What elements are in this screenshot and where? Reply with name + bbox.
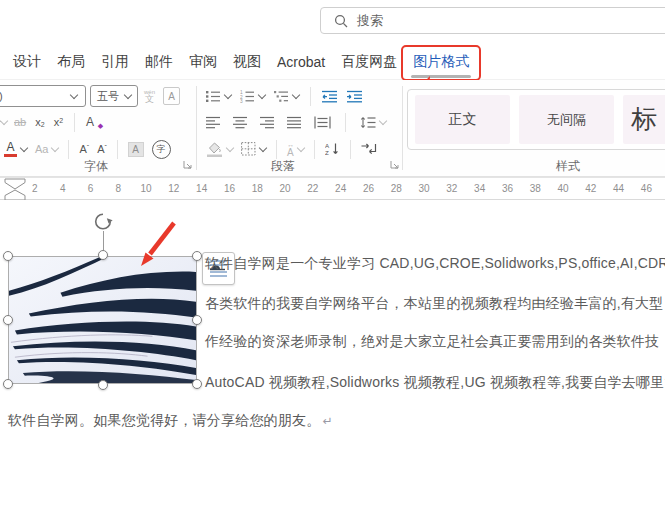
- phonetic-guide-button[interactable]: wén 文: [142, 88, 157, 105]
- phonetic-guide-icon: wén 文: [144, 89, 155, 104]
- text-line-2[interactable]: 各类软件的我要自学网络平台，本站里的视频教程均由经验丰富的,有大型: [205, 295, 664, 313]
- ruler-number: 4: [49, 178, 77, 199]
- resize-handle-middle-left[interactable]: [3, 315, 13, 325]
- tab-baidu-netdisk[interactable]: 百度网盘: [341, 53, 397, 71]
- document-canvas[interactable]: 软件自学网是一个专业学习 CAD,UG,CROE,Solidworks,PS,o…: [0, 200, 665, 507]
- chevron-down-icon: [124, 91, 132, 99]
- text-line-5[interactable]: 软件自学网。如果您觉得好，请分享给您的朋友。↵: [8, 412, 333, 430]
- search-input[interactable]: 搜索: [320, 7, 665, 34]
- icon-separator: [314, 140, 315, 159]
- style-card-heading[interactable]: 标: [623, 95, 665, 144]
- borders-button[interactable]: [239, 141, 268, 157]
- subscript-button[interactable]: x2: [33, 116, 46, 129]
- indent-markers[interactable]: [3, 178, 27, 201]
- ruler-number: 36: [494, 178, 522, 199]
- sort-button[interactable]: AZ: [323, 141, 342, 157]
- decrease-indent-icon: [322, 90, 338, 103]
- align-center-button[interactable]: [231, 115, 250, 130]
- clear-formatting-icon: A◆: [86, 115, 102, 129]
- svg-text:3: 3: [240, 99, 243, 103]
- increase-indent-icon: [347, 90, 363, 103]
- paragraph-dialog-launcher[interactable]: [390, 160, 400, 170]
- style-card-label: 正文: [449, 111, 477, 129]
- icon-separator: [68, 140, 69, 159]
- search-icon: [334, 14, 348, 28]
- resize-handle-top-center[interactable]: [98, 250, 108, 260]
- style-card-no-spacing[interactable]: 无间隔: [519, 95, 614, 144]
- line-spacing-icon: [360, 116, 376, 129]
- bullet-list-button[interactable]: [204, 89, 233, 104]
- tab-view[interactable]: 视图: [233, 53, 261, 71]
- ruler-number: 22: [299, 178, 327, 199]
- show-marks-button[interactable]: [359, 141, 380, 157]
- bullet-list-icon: [206, 90, 221, 103]
- document-image[interactable]: [9, 257, 196, 383]
- shrink-font-icon: Aˇ: [97, 144, 107, 155]
- tab-references[interactable]: 引用: [101, 53, 129, 71]
- character-shading-button[interactable]: A: [126, 141, 146, 158]
- underline-options-chevron[interactable]: [0, 116, 8, 124]
- tab-design[interactable]: 设计: [13, 53, 41, 71]
- text-line-1[interactable]: 软件自学网是一个专业学习 CAD,UG,CROE,Solidworks,PS,o…: [205, 255, 665, 273]
- resize-handle-bottom-center[interactable]: [98, 380, 108, 390]
- enclose-characters-icon: 字: [152, 140, 171, 159]
- icon-separator: [276, 140, 277, 159]
- resize-handle-bottom-right[interactable]: [192, 379, 202, 389]
- shading-button[interactable]: [204, 140, 235, 158]
- hanging-indent-marker: [5, 190, 25, 200]
- align-right-button[interactable]: [258, 115, 277, 130]
- decrease-indent-button[interactable]: [320, 89, 340, 104]
- paragraph-mark: ↵: [322, 414, 332, 428]
- shrink-font-button[interactable]: Aˇ: [95, 143, 109, 156]
- multilevel-list-icon: [274, 90, 289, 103]
- ruler-number: 10: [132, 178, 160, 199]
- tab-picture-format[interactable]: 图片格式: [403, 47, 479, 79]
- change-case-button[interactable]: Aa: [33, 142, 60, 156]
- tab-review[interactable]: 审阅: [189, 53, 217, 71]
- resize-handle-top-right[interactable]: [192, 251, 202, 261]
- font-name-combo[interactable]: ): [0, 85, 86, 107]
- tab-picture-format-label: 图片格式: [413, 53, 469, 69]
- font-size-combo[interactable]: 五号: [90, 85, 138, 107]
- distribute-text-button[interactable]: [312, 115, 333, 130]
- resize-handle-top-left[interactable]: [3, 251, 13, 261]
- character-border-button[interactable]: A: [161, 86, 182, 106]
- character-scaling-button[interactable]: ↔ A: [285, 140, 306, 159]
- tab-layout[interactable]: 布局: [57, 53, 85, 71]
- ruler-numbers: 2468101214161820222426283032343638404244…: [21, 178, 660, 199]
- rotate-handle[interactable]: [93, 212, 113, 232]
- active-tab-underline: [411, 75, 471, 78]
- styles-gallery: 正文 无间隔 标: [407, 89, 665, 150]
- strikethrough-icon: ab: [14, 116, 26, 128]
- multilevel-list-button[interactable]: [272, 89, 301, 104]
- style-card-label: 标: [631, 102, 657, 137]
- horizontal-ruler[interactable]: 2468101214161820222426283032343638404244…: [0, 177, 665, 200]
- tab-acrobat[interactable]: Acrobat: [277, 54, 325, 70]
- superscript-button[interactable]: x2: [52, 116, 65, 129]
- ribbon: ) 五号 wén 文 A ab x2 x2 A◆: [0, 80, 665, 177]
- borders-icon: [241, 142, 256, 156]
- enclose-characters-button[interactable]: 字: [150, 139, 173, 160]
- subscript-icon: x2: [35, 117, 44, 128]
- text-line-4[interactable]: AutoCAD 视频教程,Solidworks 视频教程,UG 视频教程等,我要…: [205, 374, 665, 392]
- align-left-button[interactable]: [204, 115, 223, 130]
- resize-handle-middle-right[interactable]: [192, 315, 202, 325]
- numbered-list-button[interactable]: 123: [238, 89, 267, 104]
- text-line-3[interactable]: 作经验的资深老师录制，绝对是大家立足社会真正要需用到的各类软件技: [205, 333, 659, 351]
- font-color-button[interactable]: A: [2, 140, 29, 159]
- ruler-number: 12: [160, 178, 188, 199]
- justify-button[interactable]: [285, 115, 304, 130]
- tab-mailings[interactable]: 邮件: [145, 53, 173, 71]
- resize-handle-bottom-left[interactable]: [3, 379, 13, 389]
- line-spacing-button[interactable]: [358, 115, 388, 130]
- character-scaling-icon: ↔ A: [287, 141, 294, 158]
- strikethrough-button[interactable]: ab: [12, 115, 28, 129]
- change-case-icon: Aa: [35, 143, 48, 155]
- clear-formatting-button[interactable]: A◆: [84, 114, 104, 130]
- grow-font-button[interactable]: Aˆ: [77, 143, 91, 156]
- increase-indent-button[interactable]: [345, 89, 365, 104]
- character-shading-icon: A: [128, 142, 144, 157]
- font-dialog-launcher[interactable]: [183, 160, 193, 170]
- style-card-normal[interactable]: 正文: [415, 95, 510, 144]
- icon-separator: [350, 140, 351, 159]
